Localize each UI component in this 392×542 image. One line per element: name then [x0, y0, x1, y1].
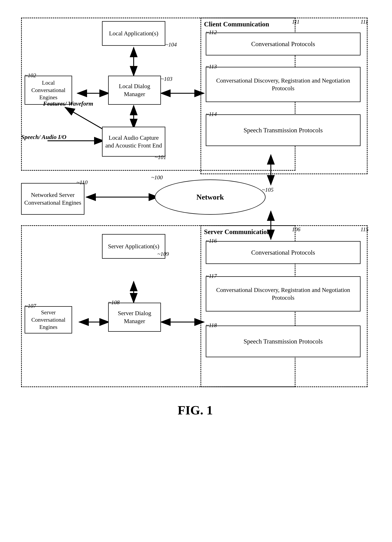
conv-protocols-server-box: Conversational Protocols [206, 241, 360, 264]
local-audio-ref: ~101 [155, 154, 166, 161]
networked-server-ref: ~110 [76, 179, 88, 186]
networked-server-box: Networked Server Conversational Engines [21, 183, 84, 215]
client-comm-region-ref: 111 [360, 18, 368, 25]
server-comm-region-ref: 115 [360, 226, 369, 233]
speech-trans-client-box: Speech Transmission Protocols [206, 114, 360, 146]
server-conv-ref: ~107 [25, 303, 36, 309]
network-ellipse: Network [155, 179, 266, 215]
conv-protocols-client-box: Conversational Protocols [206, 33, 360, 55]
fig-label: FIG. 1 [142, 403, 248, 417]
speech-trans-server-ref: ~118 [206, 322, 217, 329]
features-waveform-label: Features/ Waveform [43, 100, 93, 107]
server-app-ref: ~109 [157, 251, 169, 257]
conv-proto-client-ref: ~112 [206, 29, 217, 36]
conv-disc-client-box: Conversational Discovery, Registration a… [206, 67, 360, 102]
local-conv-ref: ~102 [25, 72, 36, 79]
speech-trans-client-ref: ~114 [206, 111, 217, 117]
local-audio-box: Local Audio Capture and Acoustic Front E… [102, 127, 165, 157]
speech-trans-server-box: Speech Transmission Protocols [206, 325, 360, 357]
local-dialog-ref: ~103 [161, 76, 172, 82]
network-ref2: ~100 [151, 174, 163, 181]
server-dialog-ref: ~108 [108, 299, 120, 306]
diagram-container: 111 Local Application(s) ~104 Local Dial… [11, 7, 380, 531]
local-applications-box: Local Application(s) [102, 21, 165, 46]
client-comm-title: Client Communication [204, 20, 269, 28]
network-ref: ~105 [262, 187, 274, 193]
server-applications-box: Server Application(s) [102, 234, 165, 259]
conv-proto-server-ref: ~116 [206, 238, 217, 244]
conv-disc-client-ref: ~113 [206, 63, 217, 70]
local-dialog-manager-box: Local Dialog Manager [108, 76, 161, 105]
server-dialog-manager-box: Server Dialog Manager [108, 303, 161, 332]
server-conv-engines-box: Server Conversational Engines [25, 306, 72, 333]
server-comm-title: Server Communication [204, 228, 270, 236]
local-app-ref: ~104 [165, 41, 177, 48]
speech-audio-label: Speech/ Audio I/O [21, 134, 66, 141]
conv-disc-server-box: Conversational Discovery, Registration a… [206, 276, 360, 311]
conv-disc-server-ref: ~117 [206, 273, 217, 279]
